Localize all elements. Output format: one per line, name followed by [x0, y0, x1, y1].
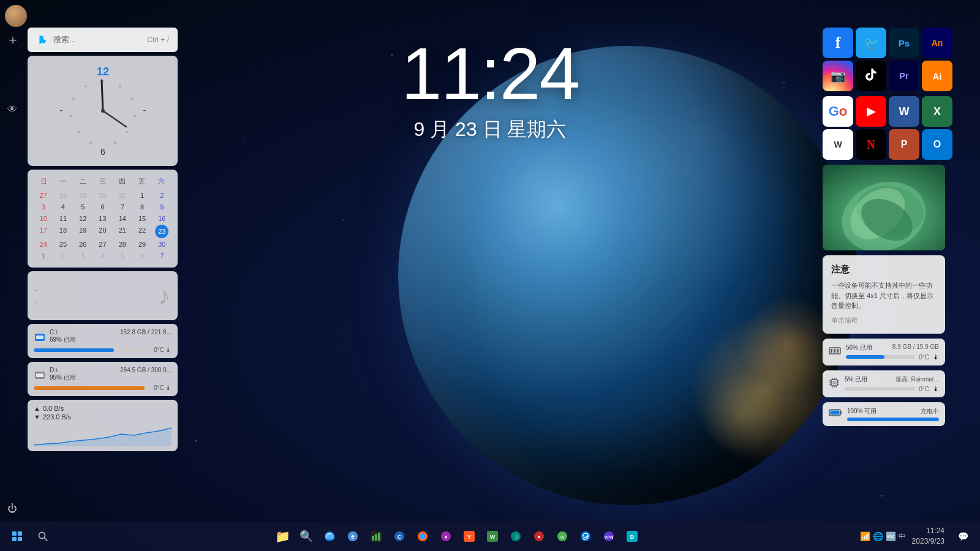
taskbar-iexplore[interactable]: e — [342, 525, 364, 547]
photoshop-app[interactable]: Ps — [889, 28, 919, 58]
premiere-app[interactable]: Pr — [889, 61, 919, 91]
cal-day[interactable]: 30 — [93, 190, 112, 201]
cal-day[interactable]: 6 — [132, 250, 151, 261]
taskbar-wechat[interactable]: W — [551, 525, 573, 547]
cal-day[interactable]: 20 — [93, 225, 112, 238]
cal-day[interactable]: 16 — [153, 213, 172, 224]
cal-day[interactable]: 27 — [93, 239, 112, 250]
taskbar-app10[interactable]: W — [481, 525, 503, 547]
cal-day[interactable]: 4 — [53, 201, 72, 212]
taskbar-edge-blue[interactable] — [318, 525, 341, 547]
notice-title: 注意 — [831, 264, 937, 276]
taskbar-task-manager[interactable] — [365, 525, 387, 547]
taskbar-app12[interactable]: ● — [528, 525, 550, 547]
wikipedia-app[interactable]: W — [823, 129, 853, 160]
outlook-app[interactable]: O — [922, 129, 952, 160]
cal-day[interactable]: 31 — [113, 190, 132, 201]
cal-day[interactable]: 2 — [53, 250, 72, 261]
word-app[interactable]: W — [889, 96, 919, 127]
cal-day[interactable]: 5 — [74, 201, 92, 212]
cal-day[interactable]: 9 — [153, 201, 172, 212]
cal-day[interactable]: 3 — [34, 201, 53, 212]
powerpoint-app[interactable]: P — [889, 129, 919, 160]
tray-wifi[interactable]: 📶 — [860, 531, 870, 541]
taskbar-app9[interactable]: Y — [458, 525, 480, 547]
netflix-app[interactable]: N — [856, 129, 886, 160]
taskbar-clockify[interactable]: C — [388, 525, 410, 547]
cal-day[interactable]: 21 — [113, 225, 132, 238]
cal-day[interactable]: 22 — [132, 225, 151, 238]
cal-day[interactable]: 5 — [113, 250, 132, 261]
svg-rect-29 — [831, 349, 832, 353]
cal-day[interactable]: 13 — [93, 213, 112, 224]
facebook-app[interactable]: f — [823, 28, 853, 58]
cal-day[interactable]: 15 — [132, 213, 151, 224]
cal-day[interactable]: 8 — [132, 201, 151, 212]
cpu-bar-bg — [845, 387, 915, 391]
cal-day[interactable]: 29 — [132, 239, 151, 250]
taskbar-search2[interactable]: 🔍 — [295, 525, 317, 547]
cal-day[interactable]: 3 — [74, 250, 92, 261]
cal-day[interactable]: 12 — [74, 213, 92, 224]
cal-day[interactable]: 14 — [113, 213, 132, 224]
cal-day[interactable]: 28 — [113, 239, 132, 250]
eye-button[interactable]: 👁 — [7, 104, 17, 115]
cal-day[interactable]: 2 — [153, 190, 172, 201]
cal-day[interactable]: 1 — [34, 250, 53, 261]
media-line1: - — [35, 285, 37, 294]
excel-app[interactable]: X — [922, 96, 952, 127]
instagram-app[interactable]: 📷 — [823, 61, 853, 91]
cal-day[interactable]: 4 — [93, 250, 112, 261]
cal-day[interactable]: 7 — [153, 250, 172, 261]
cal-day[interactable]: 19 — [74, 225, 92, 238]
cal-day[interactable]: 26 — [74, 239, 92, 250]
power-button[interactable]: ⏻ — [7, 503, 17, 514]
clock-time: 11:24 — [401, 37, 579, 110]
svg-text:Y: Y — [467, 534, 471, 540]
cpu-label: 5% 已用 — [845, 375, 867, 384]
cal-day[interactable]: 30 — [153, 239, 172, 250]
notice-link[interactable]: 单击缩椎 — [831, 316, 937, 325]
cal-day[interactable]: 27 — [34, 190, 53, 201]
avatar[interactable] — [5, 5, 27, 27]
cal-day[interactable]: 29 — [74, 190, 92, 201]
tray-ime-text[interactable]: 中 — [899, 531, 906, 542]
taskbar-app11[interactable]: ☽ — [505, 525, 527, 547]
cal-day[interactable]: 25 — [53, 239, 72, 250]
search-bar[interactable]: 搜索... Ctrl + / — [28, 28, 178, 52]
tray-translate[interactable]: 🔤 — [886, 531, 896, 541]
cal-header-fri: 五 — [132, 176, 152, 187]
storage-d-percent: 95% 已用 — [50, 373, 76, 382]
svg-text:e: e — [351, 533, 355, 540]
taskbar-explorer[interactable]: 📁 — [272, 525, 294, 547]
illustrator-app[interactable]: Ai — [922, 61, 952, 91]
taskbar-clock[interactable]: 11:24 2023/9/23 — [908, 526, 948, 547]
animate-app[interactable]: An — [922, 28, 952, 58]
cal-day[interactable]: 18 — [53, 225, 72, 238]
wallpaper-preview[interactable] — [823, 165, 945, 250]
cal-day[interactable]: 10 — [34, 213, 53, 224]
taskbar: 📁 🔍 e C — [0, 522, 980, 551]
cal-day[interactable]: 11 — [53, 213, 72, 224]
google-app[interactable]: Goog — [823, 96, 853, 127]
cal-day[interactable]: 24 — [34, 239, 53, 250]
taskbar-devtools[interactable]: D — [621, 525, 643, 547]
add-widget-button[interactable]: ＋ — [6, 31, 20, 49]
start-button[interactable] — [5, 524, 29, 549]
action-center-button[interactable]: 💬 — [951, 524, 975, 549]
taskbar-firefox[interactable] — [412, 525, 434, 547]
tiktok-app[interactable] — [856, 61, 886, 91]
tray-globe[interactable]: 🌐 — [873, 531, 883, 541]
taskbar-search[interactable] — [31, 524, 55, 549]
cal-day[interactable]: 23 — [155, 225, 168, 238]
twitter-app[interactable]: 🐦 — [856, 28, 886, 58]
cal-day[interactable]: 1 — [132, 190, 151, 201]
taskbar-vpn[interactable]: VPN — [598, 525, 620, 547]
cal-day[interactable]: 7 — [113, 201, 132, 212]
cal-day[interactable]: 28 — [53, 190, 72, 201]
cal-day[interactable]: 6 — [93, 201, 112, 212]
taskbar-app8[interactable]: ♦ — [435, 525, 457, 547]
taskbar-edge2[interactable] — [575, 525, 597, 547]
cal-day[interactable]: 17 — [34, 225, 53, 238]
youtube-app[interactable]: ▶ — [856, 96, 886, 127]
